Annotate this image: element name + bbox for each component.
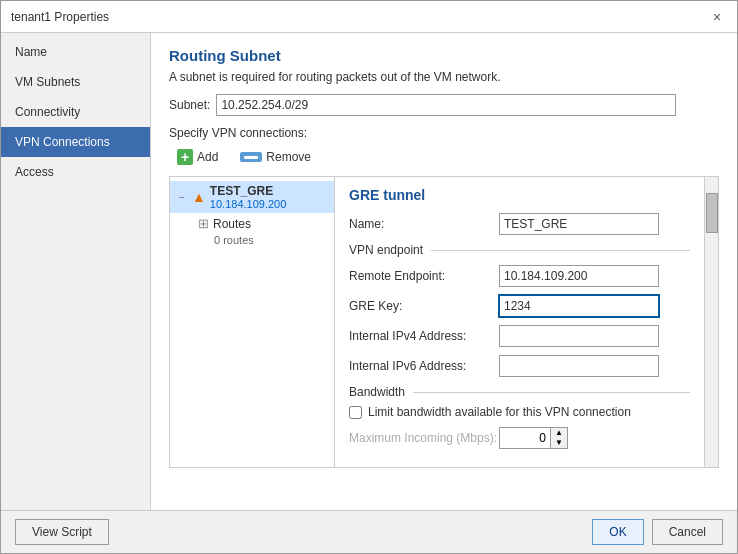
internal-ipv6-input[interactable] (499, 355, 659, 377)
routes-label: Routes (213, 217, 251, 231)
dialog-title: tenant1 Properties (11, 10, 109, 24)
description: A subnet is required for routing packets… (169, 70, 719, 84)
properties-dialog: tenant1 Properties × Name VM Subnets Con… (0, 0, 738, 554)
name-input[interactable] (499, 213, 659, 235)
add-icon: + (177, 149, 193, 165)
tree-item-name: TEST_GRE 10.184.109.200 (210, 184, 286, 210)
dialog-body: Name VM Subnets Connectivity VPN Connect… (1, 33, 737, 510)
spinner-up-button[interactable]: ▲ (551, 428, 567, 438)
footer-left: View Script (15, 519, 109, 545)
subnet-input[interactable] (216, 94, 676, 116)
footer-right: OK Cancel (592, 519, 723, 545)
spinner-buttons: ▲ ▼ (550, 428, 567, 448)
detail-panel: GRE tunnel Name: VPN endpoint Remote End… (335, 177, 704, 467)
bandwidth-section: Bandwidth Limit bandwidth available for … (349, 385, 690, 449)
remote-endpoint-input[interactable] (499, 265, 659, 287)
detail-title: GRE tunnel (349, 187, 690, 203)
tree-panel: − ▲ TEST_GRE 10.184.109.200 ⊞ Routes 0 r… (170, 177, 335, 467)
internal-ipv6-row: Internal IPv6 Address: (349, 355, 690, 377)
bandwidth-checkbox-row: Limit bandwidth available for this VPN c… (349, 405, 690, 419)
subnet-row: Subnet: (169, 94, 719, 116)
bandwidth-checkbox-label: Limit bandwidth available for this VPN c… (368, 405, 631, 419)
routes-icon: ⊞ (198, 216, 209, 231)
name-row: Name: (349, 213, 690, 235)
tree-item-test-gre[interactable]: − ▲ TEST_GRE 10.184.109.200 (170, 181, 334, 213)
gre-key-row: GRE Key: (349, 295, 690, 317)
bandwidth-checkbox[interactable] (349, 406, 362, 419)
section-title: Routing Subnet (169, 47, 719, 64)
routes-count: 0 routes (170, 234, 334, 246)
sidebar: Name VM Subnets Connectivity VPN Connect… (1, 33, 151, 510)
tree-collapse-icon: − (176, 191, 188, 203)
network-icon: ▲ (192, 189, 206, 205)
bandwidth-title: Bandwidth (349, 385, 690, 399)
vpn-toolbar: + Add Remove (169, 146, 719, 168)
add-label: Add (197, 150, 218, 164)
sidebar-item-name[interactable]: Name (1, 37, 150, 67)
cancel-button[interactable]: Cancel (652, 519, 723, 545)
sidebar-item-connectivity[interactable]: Connectivity (1, 97, 150, 127)
title-bar: tenant1 Properties × (1, 1, 737, 33)
subnet-label: Subnet: (169, 98, 210, 112)
main-content: Routing Subnet A subnet is required for … (151, 33, 737, 510)
sidebar-item-vpn-connections[interactable]: VPN Connections (1, 127, 150, 157)
max-incoming-row: Maximum Incoming (Mbps): ▲ ▼ (349, 427, 690, 449)
spinner-down-button[interactable]: ▼ (551, 438, 567, 448)
internal-ipv4-row: Internal IPv4 Address: (349, 325, 690, 347)
internal-ipv4-label: Internal IPv4 Address: (349, 329, 499, 343)
detail-scrollbar[interactable] (704, 177, 718, 467)
gre-key-label: GRE Key: (349, 299, 499, 313)
remote-endpoint-label: Remote Endpoint: (349, 269, 499, 283)
max-incoming-label: Maximum Incoming (Mbps): (349, 431, 499, 445)
ok-button[interactable]: OK (592, 519, 643, 545)
remote-endpoint-row: Remote Endpoint: (349, 265, 690, 287)
specify-vpn-label: Specify VPN connections: (169, 126, 719, 140)
internal-ipv4-input[interactable] (499, 325, 659, 347)
view-script-button[interactable]: View Script (15, 519, 109, 545)
remove-label: Remove (266, 150, 311, 164)
remove-icon (240, 152, 262, 162)
close-button[interactable]: × (707, 7, 727, 27)
name-label: Name: (349, 217, 499, 231)
max-incoming-spinner[interactable]: ▲ ▼ (499, 427, 568, 449)
internal-ipv6-label: Internal IPv6 Address: (349, 359, 499, 373)
sidebar-item-access[interactable]: Access (1, 157, 150, 187)
scrollbar-thumb (706, 193, 718, 233)
sidebar-item-vm-subnets[interactable]: VM Subnets (1, 67, 150, 97)
dialog-footer: View Script OK Cancel (1, 510, 737, 553)
gre-key-input[interactable] (499, 295, 659, 317)
add-button[interactable]: + Add (169, 146, 226, 168)
remove-button[interactable]: Remove (232, 147, 319, 167)
max-incoming-input[interactable] (500, 428, 550, 448)
vpn-endpoint-divider: VPN endpoint (349, 243, 690, 257)
content-area: − ▲ TEST_GRE 10.184.109.200 ⊞ Routes 0 r… (169, 176, 719, 468)
tree-sub-item-routes[interactable]: ⊞ Routes (170, 213, 334, 234)
